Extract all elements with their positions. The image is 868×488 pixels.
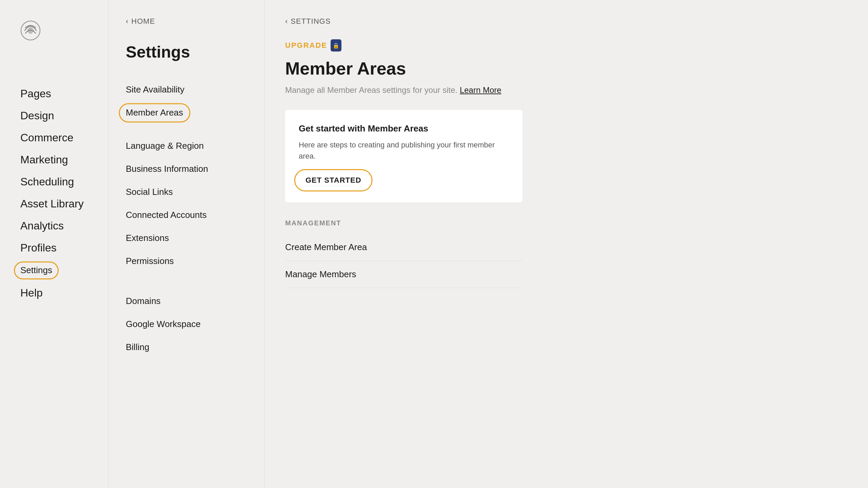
settings-item-language-region[interactable]: Language & Region: [126, 135, 248, 158]
learn-more-link[interactable]: Learn More: [460, 85, 501, 95]
settings-back-label: SETTINGS: [291, 17, 331, 26]
upgrade-label[interactable]: UPGRADE: [285, 41, 327, 50]
sidebar-item-settings[interactable]: Settings: [20, 259, 95, 282]
sidebar-item-profiles[interactable]: Profiles: [20, 237, 95, 259]
home-back-label: HOME: [131, 17, 155, 26]
sidebar-item-design[interactable]: Design: [20, 105, 95, 127]
member-areas-description: Manage all Member Areas settings for you…: [285, 84, 848, 96]
sidebar-item-commerce[interactable]: Commerce: [20, 127, 95, 149]
sidebar-item-analytics[interactable]: Analytics: [20, 215, 95, 237]
sidebar-item-help[interactable]: Help: [20, 282, 95, 304]
settings-title: Settings: [126, 43, 248, 61]
sidebar-item-scheduling[interactable]: Scheduling: [20, 171, 95, 193]
right-panel: ‹ SETTINGS UPGRADE 🔒 Member Areas Manage…: [264, 0, 868, 488]
settings-item-connected-accounts[interactable]: Connected Accounts: [126, 204, 248, 227]
get-started-card: Get started with Member Areas Here are s…: [285, 110, 522, 202]
settings-item-member-areas[interactable]: Member Areas: [126, 101, 183, 124]
management-item-manage[interactable]: Manage Members: [285, 261, 522, 288]
chevron-left-icon-2: ‹: [285, 17, 288, 26]
logo: [20, 20, 95, 42]
settings-item-permissions[interactable]: Permissions: [126, 250, 248, 273]
management-label: MANAGEMENT: [285, 219, 522, 227]
settings-item-business-information[interactable]: Business Information: [126, 158, 248, 181]
settings-group-3: Domains Google Workspace Billing: [126, 290, 248, 359]
sidebar: Pages Design Commerce Marketing Scheduli…: [0, 0, 108, 488]
member-areas-title: Member Areas: [285, 58, 848, 79]
management-item-create[interactable]: Create Member Area: [285, 234, 522, 261]
member-areas-highlight: Member Areas: [126, 107, 183, 118]
settings-back-nav[interactable]: ‹ SETTINGS: [285, 17, 848, 26]
card-description: Here are steps to creating and publishin…: [299, 139, 509, 162]
settings-highlight: Settings: [20, 265, 52, 276]
settings-item-site-availability[interactable]: Site Availability: [126, 78, 248, 101]
sidebar-item-marketing[interactable]: Marketing: [20, 149, 95, 171]
home-back-nav[interactable]: ‹ HOME: [126, 17, 248, 26]
settings-group-2: Language & Region Business Information S…: [126, 135, 248, 273]
nav-list: Pages Design Commerce Marketing Scheduli…: [20, 83, 95, 304]
settings-item-google-workspace[interactable]: Google Workspace: [126, 313, 248, 336]
lock-icon: 🔒: [331, 39, 341, 52]
sidebar-item-pages[interactable]: Pages: [20, 83, 95, 105]
get-started-button[interactable]: GET STARTED: [299, 172, 368, 189]
middle-panel: ‹ HOME Settings Site Availability Member…: [108, 0, 264, 488]
settings-item-extensions[interactable]: Extensions: [126, 227, 248, 250]
upgrade-section: UPGRADE 🔒: [285, 39, 848, 52]
sidebar-item-asset-library[interactable]: Asset Library: [20, 193, 95, 215]
settings-item-domains[interactable]: Domains: [126, 290, 248, 313]
management-section: MANAGEMENT Create Member Area Manage Mem…: [285, 219, 522, 288]
chevron-left-icon: ‹: [126, 17, 129, 26]
card-title: Get started with Member Areas: [299, 123, 509, 134]
settings-group-1: Site Availability Member Areas: [126, 78, 248, 128]
settings-item-billing[interactable]: Billing: [126, 336, 248, 359]
settings-item-social-links[interactable]: Social Links: [126, 181, 248, 204]
